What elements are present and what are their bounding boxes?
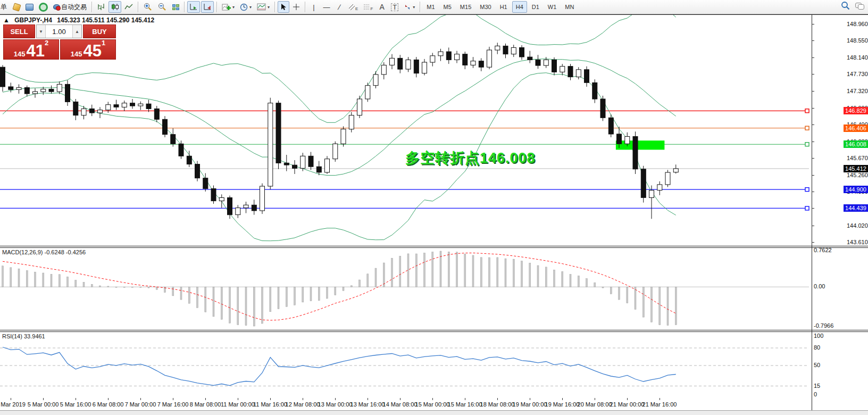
timeframe-d1[interactable]: D1 [528, 1, 543, 13]
timeframe-h4[interactable]: H4 [512, 1, 527, 13]
rsi-axis-0: 0 [814, 391, 817, 397]
price-badge-144.439[interactable]: 144.439 [844, 204, 868, 212]
crosshair-button[interactable] [290, 1, 302, 13]
trendline-tool[interactable]: / [333, 1, 345, 13]
dropdown-arrow-icon: ▾ [413, 5, 415, 10]
chat-icon[interactable] [855, 3, 864, 9]
template-icon [257, 3, 266, 11]
separator [216, 2, 217, 12]
timeframe-mn[interactable]: MN [561, 1, 578, 13]
buy-price-pips: 45 [83, 44, 101, 57]
text-label-tool[interactable]: T [389, 1, 400, 13]
chart-shift-icon [203, 3, 212, 11]
text-tool[interactable]: A [376, 1, 388, 13]
horizontal-line-tool[interactable]: — [321, 1, 332, 13]
time-tick-mark [400, 398, 400, 400]
macd-axis-min: -0.7966 [814, 322, 833, 329]
price-tick-label: 145.670 [847, 155, 868, 161]
price-pane[interactable] [0, 15, 868, 246]
macd-main-value: -0.6248 [44, 249, 64, 255]
macd-label: MACD(12,26,9) -0.6248 -0.4256 [2, 249, 86, 255]
arrows-tool[interactable]: ▾ [402, 1, 417, 13]
price-badge-145.412[interactable]: 145.412 [844, 165, 868, 172]
time-tick-label: 21 Mar 16:00 [635, 401, 684, 408]
hline-icon: — [323, 4, 330, 11]
sell-price-point: 2 [45, 39, 48, 47]
buy-price-panel[interactable]: 145 45 1 [60, 39, 116, 60]
vertical-line-tool[interactable]: | [308, 1, 320, 13]
auto-trading-button[interactable]: 自动交易 [51, 1, 89, 13]
order-history-button[interactable] [11, 1, 22, 13]
price-badge-146.829[interactable]: 146.829 [844, 107, 868, 114]
zoom-out-button[interactable] [155, 1, 169, 13]
zoom-out-icon [157, 3, 166, 11]
time-tick-mark [108, 398, 108, 400]
price-tick-mark [812, 192, 814, 192]
sell-price-panel[interactable]: 145 41 2 [3, 39, 59, 60]
auto-scroll-button[interactable] [187, 1, 200, 13]
fibonacci-tool[interactable]: F [361, 1, 375, 13]
price-tick-label: 148.960 [847, 21, 868, 27]
channel-icon [348, 4, 355, 11]
timeframe-m30[interactable]: M30 [476, 1, 495, 13]
sell-button[interactable]: SELL [3, 24, 35, 38]
signals-button[interactable] [37, 1, 50, 13]
line-chart-button[interactable] [122, 1, 135, 13]
time-tick-mark [660, 398, 660, 400]
rsi-pane[interactable] [0, 332, 868, 398]
fibo-f-label: F [370, 6, 373, 11]
time-tick-mark [140, 398, 141, 400]
price-badge-146.406[interactable]: 146.406 [844, 124, 868, 132]
vline-icon: | [313, 4, 314, 11]
price-tick-mark [812, 124, 814, 125]
price-badge-144.900[interactable]: 144.900 [844, 186, 868, 193]
macd-histogram [2, 251, 677, 326]
rsi-axis-100: 100 [814, 333, 823, 339]
volume-input[interactable]: 1.00 [46, 25, 72, 38]
market-watch-icon [26, 4, 34, 11]
cursor-button[interactable] [278, 1, 289, 13]
sell-price-figure: 145 [14, 51, 26, 57]
timeframe-m15[interactable]: M15 [456, 1, 475, 13]
buy-price-point: 1 [102, 39, 105, 47]
buy-button[interactable]: BUY [83, 24, 116, 38]
price-tick-mark [812, 208, 814, 209]
timeframe-m5[interactable]: M5 [440, 1, 455, 13]
symbol-quotes: 145.323 145.511 145.290 145.412 [57, 16, 154, 24]
periods-button[interactable]: ▾ [238, 1, 254, 13]
zoom-in-button[interactable] [141, 1, 154, 13]
volume-decrease-button[interactable]: ▼ [37, 25, 46, 38]
timeframe-w1[interactable]: W1 [544, 1, 561, 13]
time-tick-mark [173, 398, 173, 400]
rsi-axis-80: 80 [814, 344, 820, 351]
templates-button[interactable]: ▾ [255, 1, 272, 13]
sell-price-pips: 41 [26, 44, 44, 57]
crosshair-icon [293, 3, 300, 11]
price-tick-mark [812, 242, 814, 243]
tile-windows-button[interactable] [170, 1, 181, 13]
price-badge-146.008[interactable]: 146.008 [844, 140, 868, 148]
bar-chart-button[interactable] [95, 1, 107, 13]
search-icon[interactable] [841, 1, 850, 10]
text-tool-icon: A [380, 3, 385, 11]
time-tick-mark [43, 398, 44, 400]
candlestick-chart-icon [111, 3, 119, 11]
timeframe-m1[interactable]: M1 [423, 1, 438, 13]
channel-tool[interactable]: E [346, 1, 360, 13]
new-order-button[interactable]: 单 [0, 1, 10, 13]
candlestick-chart-button[interactable] [108, 1, 121, 13]
time-tick-mark [270, 398, 271, 400]
price-tick-label: 148.550 [847, 37, 868, 44]
market-watch-button[interactable] [23, 1, 36, 13]
collapse-arrow-icon[interactable]: ▲ [3, 16, 10, 24]
timeframe-h1[interactable]: H1 [496, 1, 511, 13]
chart-annotation-text[interactable]: 多空转折点146.008 [405, 148, 536, 168]
clock-icon [240, 3, 248, 11]
indicators-button[interactable]: ▾ [220, 1, 237, 13]
chart-shift-button[interactable] [201, 1, 214, 13]
new-order-label: 单 [1, 3, 7, 12]
dropdown-arrow-icon: ▾ [268, 5, 270, 10]
macd-pane[interactable] [0, 248, 868, 330]
volume-increase-button[interactable]: ▲ [72, 25, 81, 38]
auto-scroll-icon [189, 3, 198, 11]
